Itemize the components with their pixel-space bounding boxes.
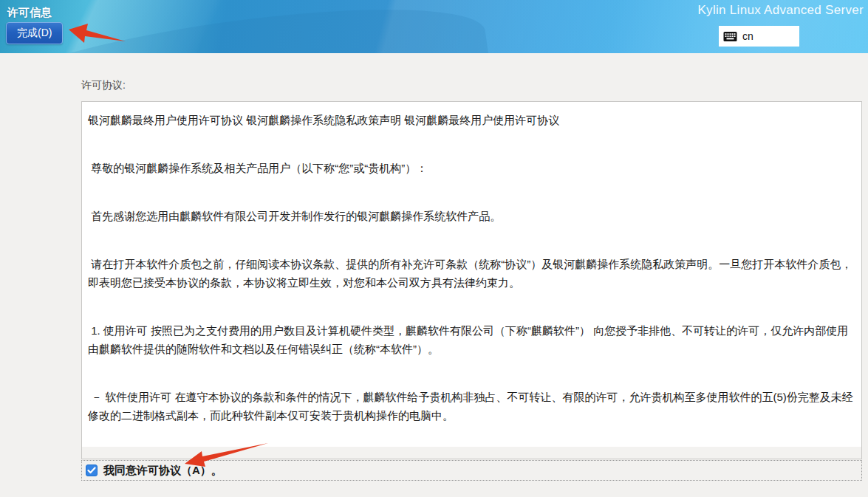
license-paragraph: 银河麒麟最终用户使用许可协议 银河麒麟操作系统隐私政策声明 银河麒麟最终用户使用…: [88, 111, 855, 129]
keyboard-icon: [723, 31, 737, 42]
keyboard-layout-indicator[interactable]: cn: [719, 26, 799, 47]
agree-license-row[interactable]: 我同意许可协议（A）。: [81, 460, 862, 481]
license-paragraph: 尊敬的银河麒麟操作系统及相关产品用户（以下称“您”或“贵机构”）：: [88, 159, 855, 177]
keyboard-layout-label: cn: [742, 30, 753, 42]
license-text-view[interactable]: 银河麒麟最终用户使用许可协议 银河麒麟操作系统隐私政策声明 银河麒麟最终用户使用…: [82, 102, 861, 447]
license-text-box: 银河麒麟最终用户使用许可协议 银河麒麟操作系统隐私政策声明 银河麒麟最终用户使用…: [81, 101, 862, 459]
license-paragraph: － 软件使用许可 在遵守本协议的条款和条件的情况下，麒麟软件给予贵机构非独占、不…: [88, 388, 855, 425]
agree-checkbox-label: 我同意许可协议（A）。: [103, 464, 222, 478]
license-paragraph: 1. 使用许可 按照已为之支付费用的用户数目及计算机硬件类型，麒麟软件有限公司（…: [88, 321, 855, 358]
agree-checkbox[interactable]: [86, 465, 98, 476]
license-agreement-label: 许可协议:: [81, 79, 126, 92]
license-paragraph: 首先感谢您选用由麒麟软件有限公司开发并制作发行的银河麒麟操作系统软件产品。: [88, 207, 855, 225]
done-button[interactable]: 完成(D): [6, 22, 63, 44]
license-paragraph: 请在打开本软件介质包之前，仔细阅读本协议条款、提供的所有补充许可条款（统称“协议…: [88, 255, 855, 292]
page-title: 许可信息: [7, 6, 52, 20]
product-name: Kylin Linux Advanced Server: [697, 3, 864, 18]
license-horizontal-scrollbar-track[interactable]: [82, 447, 861, 459]
checkmark-icon: [87, 467, 96, 474]
